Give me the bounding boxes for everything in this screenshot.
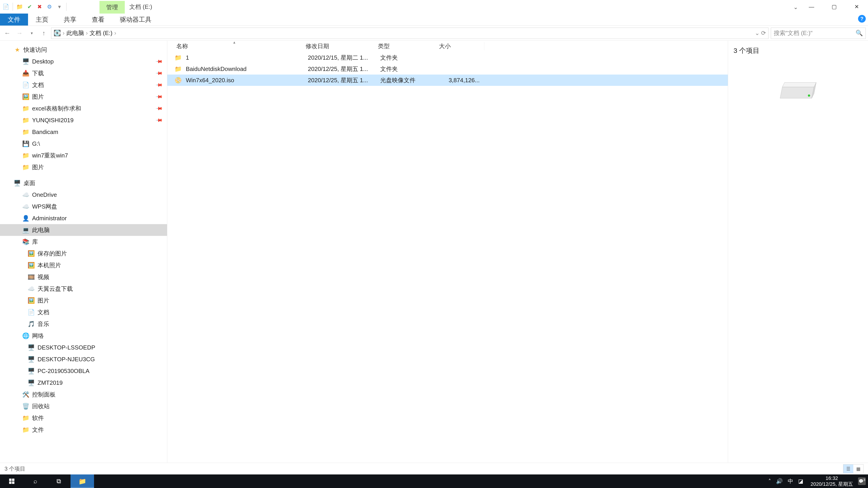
tree-qa-item[interactable]: 📁YUNQISHI2019📌 [0,114,167,126]
nav-up-button[interactable]: ↑ [39,28,49,38]
navigation-tree[interactable]: ★ 快速访问 🖥️Desktop📌📥下载📌📄文档📌🖼️图片📌📁excel表格制作… [0,41,167,463]
tree-item-icon: 📁 [22,152,30,159]
svg-rect-6 [9,482,11,484]
file-icon: 📁 [175,66,182,72]
minimize-button[interactable]: — [800,0,823,13]
tree-network-item[interactable]: 🖥️DESKTOP-LSSOEDP [0,341,167,353]
tree-library-item[interactable]: 🖼️图片 [0,295,167,306]
tree-control-panel[interactable]: 🛠️ 控制面板 [0,389,167,400]
tree-network-item[interactable]: 🖥️ZMT2019 [0,377,167,389]
tree-library-item[interactable]: 🖼️保存的图片 [0,248,167,259]
nav-forward-button[interactable]: → [14,28,24,38]
desktop-icon: 🖥️ [13,180,21,187]
tray-ime-icon[interactable]: 中 [788,478,793,485]
tree-item-label: 图片 [37,297,49,304]
qat-gear-icon[interactable]: ⚙ [45,2,54,11]
tree-library-item[interactable]: 🖼️本机照片 [0,259,167,271]
svg-rect-4 [9,479,11,481]
tree-library-item[interactable]: ☁️天翼云盘下载 [0,283,167,295]
file-row[interactable]: 📀Win7x64_2020.iso2020/12/25, 星期五 1...光盘映… [167,74,728,86]
tree-library-item[interactable]: 🎞️视频 [0,271,167,283]
addr-dropdown-icon[interactable]: ⌄ [755,30,760,37]
tree-desktop-item[interactable]: 👤Administrator [0,213,167,224]
tab-file[interactable]: 文件 [0,13,28,26]
column-header-name[interactable]: 名称▴ [175,41,306,52]
column-header-type[interactable]: 类型 [378,41,439,52]
taskbar-explorer-button[interactable]: 📁 [70,475,94,488]
tab-view[interactable]: 查看 [84,13,112,26]
cell-date: 2020/12/25, 星期五 1... [308,65,380,73]
taskbar-taskview-button[interactable]: ⧉ [47,475,70,488]
column-header-date[interactable]: 修改日期 [306,41,378,52]
start-button[interactable] [0,475,24,488]
tab-drive-tools[interactable]: 驱动器工具 [112,13,159,26]
breadcrumb-root[interactable]: 此电脑 [66,29,84,37]
tab-home[interactable]: 主页 [28,13,56,26]
network-icon: 🌐 [22,332,30,339]
ribbon-tabs: 文件 主页 共享 查看 驱动器工具 ? [0,13,868,26]
nav-back-button[interactable]: ← [2,28,12,38]
tree-library-item[interactable]: 🎵音乐 [0,318,167,330]
tree-quick-access[interactable]: ★ 快速访问 [0,44,167,56]
tab-share[interactable]: 共享 [56,13,84,26]
taskbar: ⌕ ⧉ 📁 ˄ 🔊 中 ◪ 16:32 2020/12/25, 星期五 💬3 [0,475,868,488]
ribbon-minimize-icon[interactable]: ⌄ [794,4,798,10]
tree-item-icon: 📁 [22,129,30,135]
tray-app-icon[interactable]: ◪ [798,478,803,484]
qat-folder-icon[interactable]: 📁 [15,2,24,11]
tree-qa-item[interactable]: 📁win7重装win7 [0,150,167,161]
tree-item-icon: 📁 [22,105,30,112]
file-row[interactable]: 📁12020/12/15, 星期二 1...文件夹 [167,52,728,63]
tree-item-label: OneDrive [32,191,57,198]
qat-check-icon[interactable]: ✔ [25,2,34,11]
tree-network-item[interactable]: 🖥️DESKTOP-NJEU3CG [0,353,167,365]
main-area: ★ 快速访问 🖥️Desktop📌📥下载📌📄文档📌🖼️图片📌📁excel表格制作… [0,41,868,463]
preview-pane: 3 个项目 [728,41,868,463]
cell-type: 光盘映像文件 [380,76,441,84]
tree-desktop-item[interactable]: ☁️WPS网盘 [0,201,167,213]
tree-network[interactable]: 🌐 网络 [0,330,167,341]
folder-icon: 📁 [22,426,30,433]
tray-notifications-icon[interactable]: 💬3 [858,477,866,485]
tray-overflow-icon[interactable]: ˄ [768,478,771,484]
tree-desktop-item[interactable]: 📚库 [0,236,167,248]
column-header-size[interactable]: 大小 [439,41,484,52]
tree-network-item[interactable]: 🖥️PC-20190530OBLA [0,365,167,377]
tree-desktop-item[interactable]: 💻此电脑 [0,224,167,236]
address-bar[interactable]: 💽 › 此电脑 › 文档 (E:) › ⌄ ⟳ [51,28,769,39]
tree-qa-item[interactable]: 📥下载📌 [0,67,167,79]
tree-desktop[interactable]: 🖥️ 桌面 [0,177,167,189]
view-details-button[interactable]: ☰ [843,464,853,473]
tree-desktop-item[interactable]: ☁️OneDrive [0,189,167,201]
qat-close-icon[interactable]: ✖ [35,2,44,11]
refresh-icon[interactable]: ⟳ [761,30,766,37]
tray-volume-icon[interactable]: 🔊 [776,478,783,484]
tree-qa-item[interactable]: 💾G:\ [0,138,167,150]
tray-clock[interactable]: 16:32 2020/12/25, 星期五 [811,475,853,487]
breadcrumb-location[interactable]: 文档 (E:) [90,29,112,37]
tree-qa-item[interactable]: 🖥️Desktop📌 [0,56,167,67]
file-row[interactable]: 📁BaiduNetdiskDownload2020/12/25, 星期五 1..… [167,63,728,74]
tree-qa-item[interactable]: 🖼️图片📌 [0,91,167,103]
search-icon[interactable]: 🔍 [856,30,863,37]
nav-recent-dropdown[interactable]: ▾ [27,28,37,38]
tree-files[interactable]: 📁 文件 [0,424,167,435]
tree-qa-item[interactable]: 📁Bandicam [0,126,167,138]
tree-qa-item[interactable]: 📄文档📌 [0,79,167,91]
tree-item-icon: 🖼️ [27,297,35,304]
tree-qa-item[interactable]: 📁图片 [0,161,167,173]
tree-item-label: 视频 [37,273,49,281]
close-button[interactable]: ✕ [845,0,868,13]
preview-count: 3 个项目 [734,46,760,55]
tree-recycle[interactable]: 🗑️ 回收站 [0,400,167,412]
qat-dropdown-icon[interactable]: ▾ [55,2,64,11]
taskbar-search-button[interactable]: ⌕ [24,475,47,488]
context-tab-manage[interactable]: 管理 [99,1,125,13]
help-icon[interactable]: ? [858,15,866,23]
search-input[interactable]: 搜索"文档 (E:)" 🔍 [771,28,866,39]
tree-software[interactable]: 📁 软件 [0,412,167,424]
tree-library-item[interactable]: 📄文档 [0,306,167,318]
maximize-button[interactable]: ▢ [823,0,845,13]
view-icons-button[interactable]: ▦ [853,464,863,473]
tree-qa-item[interactable]: 📁excel表格制作求和📌 [0,103,167,114]
